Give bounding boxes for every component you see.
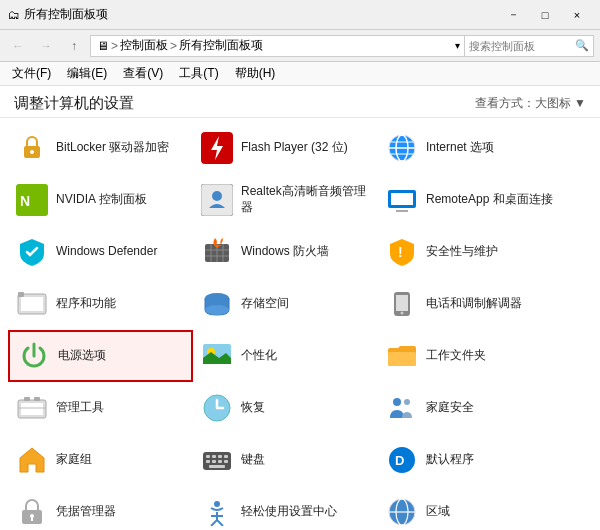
defender-label: Windows Defender xyxy=(56,244,157,260)
homegroup-label: 家庭组 xyxy=(56,452,92,468)
recovery-label: 恢复 xyxy=(241,400,265,416)
remote-icon xyxy=(384,182,420,218)
defaultapps-icon: D xyxy=(384,442,420,478)
menu-file[interactable]: 文件(F) xyxy=(8,63,55,84)
easeaccess-label: 轻松使用设置中心 xyxy=(241,504,337,520)
svg-rect-19 xyxy=(21,297,43,311)
menu-help[interactable]: 帮助(H) xyxy=(231,63,280,84)
svg-point-22 xyxy=(205,305,229,315)
grid-item-credential[interactable]: 凭据管理器 xyxy=(8,486,193,526)
firewall-label: Windows 防火墙 xyxy=(241,244,329,260)
items-grid: BitLocker 驱动器加密Flash Player (32 位)Intern… xyxy=(0,118,600,526)
breadcrumb-home: 🖥 xyxy=(97,39,109,53)
grid-item-easeaccess[interactable]: 轻松使用设置中心 xyxy=(193,486,378,526)
address-path[interactable]: 🖥 > 控制面板 > 所有控制面板项 xyxy=(90,35,473,57)
grid-item-defender[interactable]: Windows Defender xyxy=(8,226,193,278)
breadcrumb-controlpanel: 控制面板 xyxy=(120,37,168,54)
menu-view[interactable]: 查看(V) xyxy=(119,63,167,84)
internet-icon xyxy=(384,130,420,166)
svg-point-36 xyxy=(404,399,410,405)
grid-item-power[interactable]: 电源选项 xyxy=(8,330,193,382)
svg-rect-30 xyxy=(21,403,43,415)
grid-item-realtek[interactable]: Realtek高清晰音频管理器 xyxy=(193,174,378,226)
programs-icon xyxy=(14,286,50,322)
search-box[interactable]: 🔍 xyxy=(464,35,594,57)
path-dropdown-icon[interactable]: ▾ xyxy=(455,40,460,51)
maximize-button[interactable]: □ xyxy=(530,5,560,25)
realtek-icon xyxy=(199,182,235,218)
svg-rect-41 xyxy=(224,455,228,458)
flash-label: Flash Player (32 位) xyxy=(241,140,348,156)
grid-item-security[interactable]: !安全性与维护 xyxy=(378,226,563,278)
grid-item-region[interactable]: 区域 xyxy=(378,486,563,526)
view-options[interactable]: 查看方式：大图标 ▼ xyxy=(475,95,586,112)
recovery-icon xyxy=(199,390,235,426)
keyboard-icon xyxy=(199,442,235,478)
flash-icon xyxy=(199,130,235,166)
familysafety-icon xyxy=(384,390,420,426)
credential-icon xyxy=(14,494,50,526)
grid-row-4: 电源选项个性化工作文件夹 xyxy=(8,330,592,382)
grid-item-firewall[interactable]: Windows 防火墙 xyxy=(193,226,378,278)
homegroup-icon xyxy=(14,442,50,478)
grid-item-familysafety[interactable]: 家庭安全 xyxy=(378,382,563,434)
svg-rect-42 xyxy=(206,460,210,463)
menu-edit[interactable]: 编辑(E) xyxy=(63,63,111,84)
personalize-icon xyxy=(199,338,235,374)
svg-rect-28 xyxy=(388,352,416,366)
panel-title: 调整计算机的设置 xyxy=(14,94,134,113)
admin-label: 管理工具 xyxy=(56,400,104,416)
grid-row-1: NNVIDIA 控制面板Realtek高清晰音频管理器RemoteApp 和桌面… xyxy=(8,174,592,226)
power-icon xyxy=(16,338,52,374)
bitlocker-label: BitLocker 驱动器加密 xyxy=(56,140,169,156)
svg-rect-38 xyxy=(206,455,210,458)
title-bar-left: 🗂 所有控制面板项 xyxy=(8,6,108,23)
svg-rect-24 xyxy=(396,295,408,311)
familysafety-label: 家庭安全 xyxy=(426,400,474,416)
grid-item-personalize[interactable]: 个性化 xyxy=(193,330,378,382)
grid-item-programs[interactable]: 程序和功能 xyxy=(8,278,193,330)
grid-item-keyboard[interactable]: 键盘 xyxy=(193,434,378,486)
defaultapps-label: 默认程序 xyxy=(426,452,474,468)
svg-rect-45 xyxy=(224,460,228,463)
grid-item-phone[interactable]: 电话和调制解调器 xyxy=(378,278,563,330)
svg-point-35 xyxy=(393,398,401,406)
search-icon: 🔍 xyxy=(575,39,589,52)
grid-item-remote[interactable]: RemoteApp 和桌面连接 xyxy=(378,174,563,226)
menu-tools[interactable]: 工具(T) xyxy=(175,63,222,84)
up-button[interactable]: ↑ xyxy=(62,34,86,58)
svg-rect-14 xyxy=(391,193,413,205)
grid-item-recovery[interactable]: 恢复 xyxy=(193,382,378,434)
grid-item-defaultapps[interactable]: D默认程序 xyxy=(378,434,563,486)
grid-item-internet[interactable]: Internet 选项 xyxy=(378,122,563,174)
grid-item-workfolder[interactable]: 工作文件夹 xyxy=(378,330,563,382)
security-label: 安全性与维护 xyxy=(426,244,498,260)
minimize-button[interactable]: － xyxy=(498,5,528,25)
nvidia-label: NVIDIA 控制面板 xyxy=(56,192,147,208)
svg-point-25 xyxy=(401,312,404,315)
title-bar: 🗂 所有控制面板项 － □ × xyxy=(0,0,600,30)
svg-text:!: ! xyxy=(398,244,403,260)
grid-row-3: 程序和功能存储空间电话和调制解调器 xyxy=(8,278,592,330)
grid-item-admin[interactable]: 管理工具 xyxy=(8,382,193,434)
grid-item-bitlocker[interactable]: BitLocker 驱动器加密 xyxy=(8,122,193,174)
search-input[interactable] xyxy=(469,40,575,52)
window-title: 所有控制面板项 xyxy=(24,6,108,23)
storage-icon xyxy=(199,286,235,322)
defender-icon xyxy=(14,234,50,270)
internet-label: Internet 选项 xyxy=(426,140,494,156)
security-icon: ! xyxy=(384,234,420,270)
window-icon: 🗂 xyxy=(8,8,20,22)
back-button[interactable]: ← xyxy=(6,34,30,58)
programs-label: 程序和功能 xyxy=(56,296,116,312)
close-button[interactable]: × xyxy=(562,5,592,25)
grid-row-2: Windows DefenderWindows 防火墙!安全性与维护 xyxy=(8,226,592,278)
svg-point-52 xyxy=(214,501,220,507)
forward-button[interactable]: → xyxy=(34,34,58,58)
grid-item-flash[interactable]: Flash Player (32 位) xyxy=(193,122,378,174)
personalize-label: 个性化 xyxy=(241,348,277,364)
grid-item-nvidia[interactable]: NNVIDIA 控制面板 xyxy=(8,174,193,226)
grid-item-storage[interactable]: 存储空间 xyxy=(193,278,378,330)
grid-item-homegroup[interactable]: 家庭组 xyxy=(8,434,193,486)
svg-rect-32 xyxy=(34,397,40,401)
